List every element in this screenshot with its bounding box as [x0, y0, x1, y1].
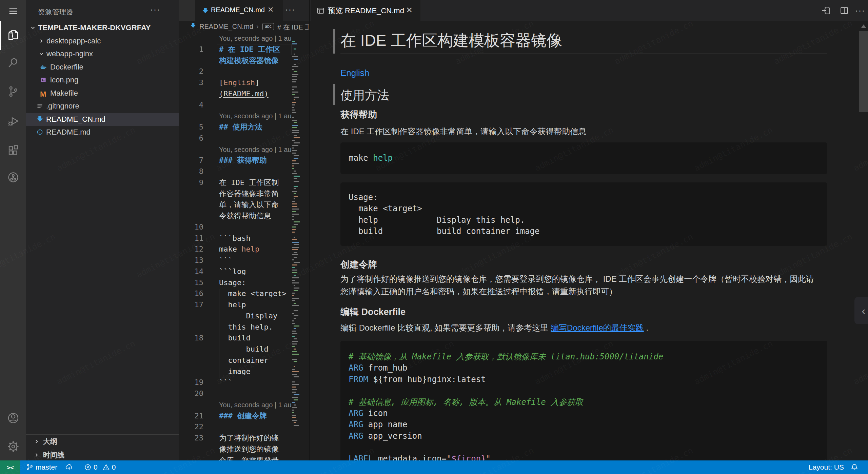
error-count: 0 [94, 463, 98, 471]
sidebar-item-remote-explorer[interactable] [0, 168, 26, 187]
line-number: 16 [179, 288, 203, 299]
editor-code-area[interactable]: You, seconds ago | 1 au1# 在 IDE 工作区构建模板容… [179, 33, 292, 460]
scrollbar-up-arrow[interactable] [861, 24, 866, 28]
tree-item--gitngnore[interactable]: .gitngnore [26, 100, 179, 113]
preview-paragraph: 为了将制作好的镜像推送到您的镜像仓库，您需要登录到您的镜像仓库， IDE 工作区… [340, 273, 822, 298]
tree-item-webapp-nginx[interactable]: webapp-nginx [26, 47, 179, 61]
menu-icon [7, 5, 19, 17]
codelens-annotation[interactable]: You, seconds ago | 1 au [219, 33, 292, 44]
markdown-icon [37, 116, 43, 122]
remote-indicator[interactable]: >< [0, 460, 20, 474]
editor-line: 构建模板容器镜像 [179, 55, 292, 66]
error-icon [84, 463, 92, 471]
tree-root-label: TEMPLATE-MAKER-DKVGRFAY [38, 23, 151, 32]
line-number: 19 [179, 377, 203, 388]
codelens-annotation[interactable]: You, seconds ago | 1 au [219, 144, 292, 155]
editor-tab-bar: README_CN.md ✕ ··· [179, 0, 309, 21]
line-number: 23 [179, 433, 203, 444]
editor-line: 20 [179, 388, 292, 399]
tree-root[interactable]: TEMPLATE-MAKER-DKVGRFAY [26, 21, 179, 35]
preview-scrollbar[interactable] [859, 31, 868, 112]
tab-close-icon[interactable]: ✕ [268, 5, 274, 14]
editor-line: 8 [179, 166, 292, 177]
breadcrumb-symbol[interactable]: # 在 IDE 工作区构建模板容器镜像 [277, 23, 309, 32]
line-number: 13 [179, 255, 203, 266]
editor-line: container [179, 355, 292, 366]
sidebar-item-source-control[interactable] [0, 82, 26, 101]
branch-status[interactable]: master [26, 460, 57, 474]
tree-item-readme-cn-md[interactable]: README_CN.md [26, 113, 179, 126]
editor-line: Display [179, 311, 292, 322]
tree-item-label: Makefile [50, 89, 78, 98]
dockerfile-best-practice-link[interactable]: 编写Dockerfile的最佳实践 [551, 323, 644, 332]
warning-count: 0 [112, 463, 116, 471]
editor-more-actions[interactable]: ··· [283, 5, 297, 14]
sidebar-item-explorer[interactable] [0, 25, 26, 44]
line-number: 12 [179, 244, 203, 255]
docker-icon [40, 64, 47, 71]
line-number: 14 [179, 266, 203, 277]
tree-item-readme-md[interactable]: README.md [26, 126, 179, 139]
tab-preview-readme-cn[interactable]: 预览 README_CN.md ✕ [311, 0, 420, 21]
tree-item-dockerfile[interactable]: Dockerfile [26, 61, 179, 74]
sidebar-section-timeline[interactable]: 时间线 [26, 448, 179, 461]
p3-text: 编辑 Dockerfile 比较直观, 如果需要更多帮助，请参考这里 [340, 323, 551, 332]
sync-status[interactable] [65, 460, 73, 474]
line-number: 1 [179, 44, 203, 55]
sidebar-item-search[interactable] [0, 53, 26, 72]
p3-text-after: . [644, 323, 648, 332]
activity-bar [0, 0, 26, 474]
breadcrumb-file[interactable]: README_CN.md [199, 23, 253, 31]
markdown-preview[interactable]: 在 IDE 工作区构建模板容器镜像 English 使用方法 获得帮助 在 ID… [310, 21, 868, 460]
line-number: 6 [179, 133, 203, 144]
remote-explorer-icon [7, 171, 20, 184]
editor-line: (README.md) [179, 88, 292, 100]
file-tree: TEMPLATE-MAKER-DKVGRFAYdesktopapp-calcwe… [26, 21, 179, 139]
codelens-row: You, seconds ago | 1 au [179, 144, 292, 155]
editor-line: 17 help [179, 299, 292, 311]
tree-item-desktopapp-calc[interactable]: desktopapp-calc [26, 35, 179, 48]
status-bar: >< master 0 0 Layout: US [0, 460, 868, 474]
settings-button[interactable] [0, 437, 26, 456]
tree-item-label: .gitngnore [46, 102, 79, 111]
editor-line: 7### 获得帮助 [179, 155, 292, 166]
accounts-icon [7, 412, 20, 424]
line-number: 4 [179, 100, 203, 111]
tree-item-makefile[interactable]: MMakefile [26, 87, 179, 100]
minimap[interactable] [292, 37, 300, 431]
tab-readme-cn[interactable]: README_CN.md ✕ [195, 0, 283, 21]
keyboard-layout-status[interactable]: Layout: US [809, 460, 844, 474]
section-label: 时间线 [43, 450, 64, 460]
sidebar-item-run-debug[interactable] [0, 112, 26, 131]
show-source-button[interactable] [821, 6, 831, 15]
tree-item-label: README_CN.md [46, 115, 105, 124]
chevron-right-icon [34, 438, 40, 445]
menu-button[interactable] [0, 2, 26, 21]
editor-line: 像推送到您的镜像 [179, 444, 292, 455]
chevron-down-icon [30, 25, 36, 31]
warning-icon [102, 463, 110, 471]
sidebar-item-extensions[interactable] [0, 141, 26, 160]
preview-more-actions[interactable]: ··· [855, 6, 865, 15]
tree-item-icon-png[interactable]: icon.png [26, 74, 179, 87]
codelens-annotation[interactable]: You, seconds ago | 1 au [219, 111, 292, 122]
accounts-button[interactable] [0, 409, 26, 428]
preview-h3-dockerfile: 编辑 Dockerfile [340, 307, 406, 317]
sidebar-more-actions[interactable]: ··· [150, 5, 160, 14]
sidebar-section-outline[interactable]: 大纲 [26, 434, 179, 448]
split-editor-button[interactable] [840, 6, 849, 15]
panel-toggle-chevron[interactable]: ‹ [854, 297, 868, 324]
tab-close-icon[interactable]: ✕ [406, 5, 413, 15]
english-link[interactable]: English [340, 68, 369, 78]
codelens-annotation[interactable]: You, seconds ago | 1 au [219, 399, 292, 411]
partial-tab[interactable] [179, 0, 195, 21]
markdown-file-icon [190, 23, 196, 28]
git-branch-icon [26, 463, 34, 471]
notifications-bell[interactable] [850, 460, 859, 474]
list-icon [37, 103, 43, 110]
problems-status[interactable]: 0 0 [84, 460, 116, 474]
codelens-row: You, seconds ago | 1 au [179, 33, 292, 44]
layout-label: Layout: US [809, 463, 844, 471]
line-number: 22 [179, 421, 203, 433]
settings-gear-icon [7, 440, 20, 453]
